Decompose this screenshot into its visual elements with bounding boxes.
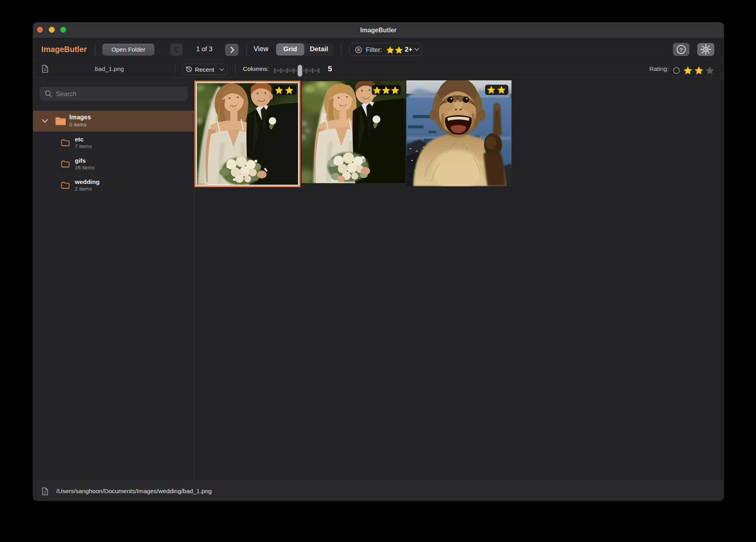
svg-text:?: ? — [680, 47, 683, 53]
